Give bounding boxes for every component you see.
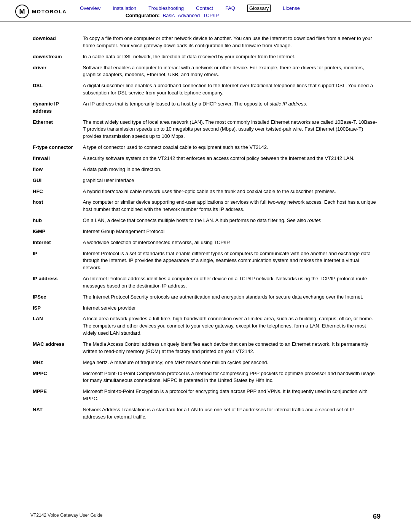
def-cell: A security software system on the VT2142… <box>80 153 381 164</box>
def-cell: Internet Protocol is a set of standards … <box>80 248 381 274</box>
nav-row-top: Overview Installation Troubleshooting Co… <box>80 5 396 12</box>
table-row: firewall A security software system on t… <box>30 153 381 164</box>
term-cell: IGMP <box>30 226 80 237</box>
table-row: MAC address The Media Access Control add… <box>30 339 381 357</box>
def-cell: Internet service provider <box>80 303 381 314</box>
table-row: IP Internet Protocol is a set of standar… <box>30 248 381 274</box>
term-cell: hub <box>30 215 80 226</box>
term-cell: dynamic IPaddress <box>30 99 80 117</box>
term-cell: Ethernet <box>30 117 80 142</box>
term-cell: IP <box>30 248 80 274</box>
term-cell: NAT <box>30 404 80 423</box>
table-row: driver Software that enables a computer … <box>30 62 381 81</box>
nav-installation[interactable]: Installation <box>113 5 136 11</box>
def-cell: Microsoft Point-To-Point Compression pro… <box>80 368 381 387</box>
table-row: flow A data path moving in one direction… <box>30 164 381 175</box>
def-cell: Internet Group Management Protocol <box>80 226 381 237</box>
def-cell: A data path moving in one direction. <box>80 164 381 175</box>
def-cell: A hybrid fiber/coaxial cable network use… <box>80 186 381 197</box>
table-row: hub On a LAN, a device that connects mul… <box>30 215 381 226</box>
term-cell: firewall <box>30 153 80 164</box>
def-cell: The Media Access Control address uniquel… <box>80 339 381 357</box>
def-cell: A local area network provides a full-tim… <box>80 313 381 339</box>
table-row: NAT Network Address Translation is a sta… <box>30 404 381 423</box>
footer: VT2142 Voice Gateway User Guide 69 <box>0 513 411 521</box>
guide-text: VT2142 Voice Gateway User Guide <box>30 513 102 521</box>
page: M MOTOROLA Overview Installation Trouble… <box>0 0 411 532</box>
italic-text: router. <box>307 217 322 223</box>
table-row: Ethernet The most widely used type of lo… <box>30 117 381 142</box>
term-cell: MPPE <box>30 386 80 404</box>
table-row: IPSec The Internet Protocol Security pro… <box>30 292 381 303</box>
def-cell: On a LAN, a device that connects multipl… <box>80 215 381 226</box>
def-cell: An IP address that is temporarily leased… <box>80 99 381 117</box>
term-cell: MPPC <box>30 368 80 387</box>
logo-text: MOTOROLA <box>32 9 67 14</box>
term-cell: DSL <box>30 80 80 99</box>
def-cell: A digital subscriber line enables a broa… <box>80 80 381 99</box>
def-cell: A worldwide collection of interconnected… <box>80 237 381 248</box>
table-row: F-type connector A type of connector use… <box>30 142 381 153</box>
table-row: MPPC Microsoft Point-To-Point Compressio… <box>30 368 381 387</box>
table-row: host Any computer or similar device supp… <box>30 197 381 215</box>
def-cell: Mega hertz. A measure of frequency; one … <box>80 357 381 368</box>
def-cell: Microsoft Point-to-Point Encryption is a… <box>80 386 381 404</box>
nav-advanced[interactable]: Advanced <box>178 13 200 18</box>
term-cell: MAC address <box>30 339 80 357</box>
term-cell: F-type connector <box>30 142 80 153</box>
def-cell: Network Address Translation is a standar… <box>80 404 381 423</box>
term-cell: driver <box>30 62 80 81</box>
table-row: ISP Internet service provider <box>30 303 381 314</box>
nav-glossary[interactable]: Glossary <box>247 5 271 12</box>
def-cell: An Internet Protocol address identifies … <box>80 273 381 292</box>
table-row: IP address An Internet Protocol address … <box>30 273 381 292</box>
table-row: dynamic IPaddress An IP address that is … <box>30 99 381 117</box>
page-number: 69 <box>373 513 381 521</box>
term-cell: IPSec <box>30 292 80 303</box>
table-row: DSL A digital subscriber line enables a … <box>30 80 381 99</box>
def-cell: A type of connector used to connect coax… <box>80 142 381 153</box>
term-cell: host <box>30 197 80 215</box>
nav-overview[interactable]: Overview <box>80 5 100 11</box>
term-cell: LAN <box>30 313 80 339</box>
term-cell: MHz <box>30 357 80 368</box>
nav-faq[interactable]: FAQ <box>225 5 235 11</box>
table-row: MHz Mega hertz. A measure of frequency; … <box>30 357 381 368</box>
table-row: MPPE Microsoft Point-to-Point Encryption… <box>30 386 381 404</box>
term-cell: download <box>30 33 80 51</box>
nav-license[interactable]: License <box>283 5 300 11</box>
nav-row-bottom: Configuration: Basic Advanced TCP/IP <box>126 13 396 18</box>
header: M MOTOROLA Overview Installation Trouble… <box>0 0 411 22</box>
content: download To copy a file from one compute… <box>0 22 411 446</box>
nav-area: Overview Installation Troubleshooting Co… <box>80 5 396 18</box>
def-cell: Software that enables a computer to inte… <box>80 62 381 81</box>
table-row: download To copy a file from one compute… <box>30 33 381 51</box>
def-cell: Any computer or similar device supportin… <box>80 197 381 215</box>
term-cell: ISP <box>30 303 80 314</box>
table-row: HFC A hybrid fiber/coaxial cable network… <box>30 186 381 197</box>
table-row: GUI graphical user interface <box>30 175 381 186</box>
table-row: Internet A worldwide collection of inter… <box>30 237 381 248</box>
table-row: LAN A local area network provides a full… <box>30 313 381 339</box>
motorola-logo-icon: M <box>15 5 29 18</box>
table-row: downstream In a cable data or DSL networ… <box>30 51 381 62</box>
nav-tcpip[interactable]: TCP/IP <box>203 13 219 18</box>
nav-configuration-label: Configuration: <box>126 13 160 18</box>
italic-text: static IP address. <box>269 101 307 107</box>
nav-contact[interactable]: Contact <box>196 5 213 11</box>
term-cell: flow <box>30 164 80 175</box>
table-row: IGMP Internet Group Management Protocol <box>30 226 381 237</box>
def-cell: In a cable data or DSL network, the dire… <box>80 51 381 62</box>
term-cell: downstream <box>30 51 80 62</box>
logo-area: M MOTOROLA <box>15 5 68 18</box>
nav-basic[interactable]: Basic <box>163 13 175 18</box>
def-cell: To copy a file from one computer or othe… <box>80 33 381 51</box>
nav-troubleshooting[interactable]: Troubleshooting <box>148 5 184 11</box>
term-cell: HFC <box>30 186 80 197</box>
term-cell: IP address <box>30 273 80 292</box>
term-cell: GUI <box>30 175 80 186</box>
term-cell: Internet <box>30 237 80 248</box>
svg-text:M: M <box>19 8 25 15</box>
glossary-table: download To copy a file from one compute… <box>30 33 381 423</box>
def-cell: The most widely used type of local area … <box>80 117 381 142</box>
